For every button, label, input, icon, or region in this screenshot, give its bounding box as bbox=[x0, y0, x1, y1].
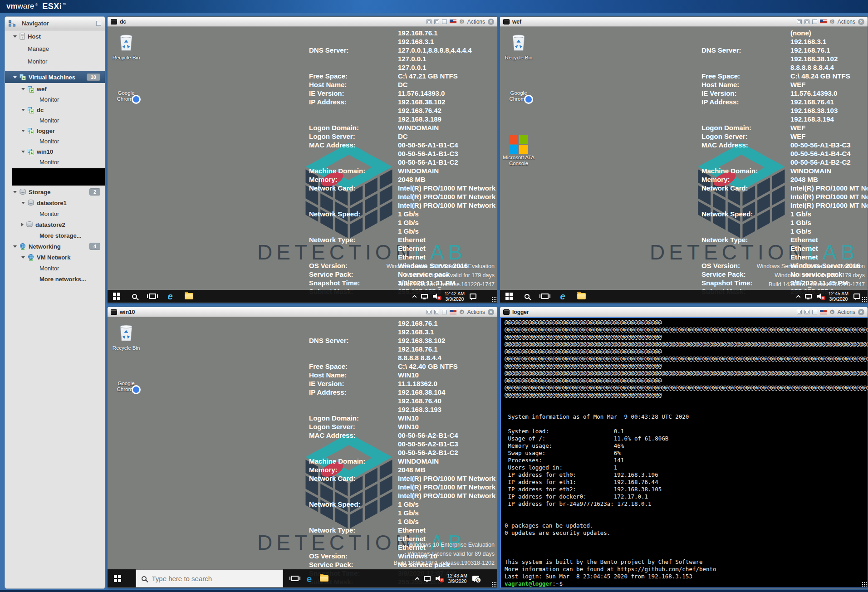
chevron-up-icon[interactable] bbox=[415, 577, 419, 581]
chevron-down-icon[interactable] bbox=[21, 130, 25, 132]
window-titlebar-wef[interactable]: wef ⚙ Actions bbox=[500, 17, 868, 27]
desktop-icon-google-chrome[interactable]: Google Chrome bbox=[110, 380, 142, 392]
internet-explorer-icon[interactable]: e bbox=[168, 292, 173, 301]
sidebar-item-virtual-machines[interactable]: Virtual Machines 10 bbox=[5, 71, 105, 83]
chevron-down-icon[interactable] bbox=[13, 191, 17, 193]
network-icon[interactable] bbox=[424, 576, 431, 581]
sidebar-item-logger-monitor[interactable]: Monitor bbox=[5, 136, 105, 147]
desktop-icon-microsoft-ata-console[interactable]: Microsoft ATA Console bbox=[502, 135, 535, 166]
search-input[interactable] bbox=[151, 574, 260, 583]
start-button[interactable] bbox=[113, 293, 120, 300]
sidebar-item-more-networks[interactable]: More networks... bbox=[5, 274, 105, 284]
gear-icon[interactable]: ⚙ bbox=[459, 19, 465, 24]
window-layout-button[interactable] bbox=[804, 310, 809, 314]
sidebar-item-vm-logger[interactable]: logger bbox=[5, 126, 105, 136]
sidebar-item-datastore2[interactable]: datastore2 bbox=[5, 219, 105, 230]
chevron-up-icon[interactable] bbox=[412, 294, 417, 299]
chevron-down-icon[interactable] bbox=[13, 245, 17, 248]
sidebar-item-dc-monitor[interactable]: Monitor bbox=[5, 115, 105, 126]
vm-console-screen-win10[interactable]: DETECTIONLAB 192.168.76.1192.168.3.1DNS … bbox=[108, 317, 497, 587]
window-maximize-button[interactable] bbox=[812, 20, 817, 24]
sidebar-item-host[interactable]: Host bbox=[5, 30, 105, 42]
window-maximize-button[interactable] bbox=[442, 310, 447, 314]
window-layout-button[interactable] bbox=[434, 310, 439, 314]
chevron-down-icon[interactable] bbox=[21, 151, 25, 153]
vm-console-screen-wef[interactable]: DETECTIONLAB (none)192.168.3.1DNS Server… bbox=[500, 27, 868, 303]
actions-menu[interactable]: Actions bbox=[838, 19, 855, 25]
keyboard-layout-flag-icon[interactable] bbox=[450, 310, 456, 314]
start-button[interactable] bbox=[505, 293, 513, 300]
resize-grip[interactable] bbox=[491, 582, 496, 587]
search-icon[interactable] bbox=[523, 293, 530, 300]
window-layout-button[interactable] bbox=[797, 20, 802, 24]
window-layout-button[interactable] bbox=[804, 20, 809, 24]
chevron-down-icon[interactable] bbox=[21, 202, 25, 204]
network-icon[interactable] bbox=[421, 294, 428, 298]
actions-menu[interactable]: Actions bbox=[467, 309, 485, 315]
task-view-icon[interactable] bbox=[149, 294, 156, 299]
gear-icon[interactable]: ⚙ bbox=[829, 19, 835, 24]
sidebar-item-more-storage[interactable]: More storage... bbox=[5, 230, 105, 241]
sidebar-item-wef-monitor[interactable]: Monitor bbox=[5, 94, 105, 105]
sidebar-item-host-manage[interactable]: Manage bbox=[5, 42, 105, 55]
sidebar-item-vm-network[interactable]: VM Network bbox=[5, 252, 105, 263]
start-button[interactable] bbox=[114, 575, 121, 582]
close-icon[interactable] bbox=[858, 19, 864, 25]
chevron-up-icon[interactable] bbox=[796, 294, 800, 299]
network-icon[interactable] bbox=[805, 294, 812, 298]
sidebar-item-datastore1[interactable]: datastore1 bbox=[5, 197, 105, 208]
actions-menu[interactable]: Actions bbox=[838, 309, 855, 315]
sidebar-item-vm-win10[interactable]: win10 bbox=[5, 147, 105, 157]
sidebar-item-networking[interactable]: Networking 4 bbox=[5, 241, 105, 252]
window-maximize-button[interactable] bbox=[442, 20, 447, 24]
sidebar-item-vm-wef[interactable]: wef bbox=[5, 84, 105, 94]
desktop-icon-recycle-bin[interactable]: Recycle Bin bbox=[110, 322, 142, 351]
notification-icon[interactable] bbox=[853, 294, 860, 299]
window-titlebar-logger[interactable]: logger ⚙ Actions bbox=[500, 307, 868, 317]
taskbar-clock[interactable]: 12:42 AM3/9/2020 bbox=[445, 291, 465, 302]
keyboard-layout-flag-icon[interactable] bbox=[450, 20, 456, 24]
search-icon[interactable] bbox=[131, 293, 138, 300]
sidebar-item-network-monitor[interactable]: Monitor bbox=[5, 263, 105, 274]
desktop-icon-recycle-bin[interactable]: Recycle Bin bbox=[502, 31, 535, 61]
sidebar-item-storage[interactable]: Storage 2 bbox=[5, 186, 105, 197]
chevron-down-icon[interactable] bbox=[13, 76, 17, 78]
gear-icon[interactable]: ⚙ bbox=[459, 309, 465, 315]
vm-taskbar-wef[interactable]: e 12:45 AM3/9/2020 bbox=[500, 290, 868, 303]
internet-explorer-icon[interactable]: e bbox=[560, 292, 565, 301]
file-explorer-icon[interactable] bbox=[185, 293, 193, 299]
sidebar-item-win10-monitor[interactable]: Monitor bbox=[5, 157, 105, 167]
chevron-down-icon[interactable] bbox=[21, 88, 25, 90]
taskbar-clock[interactable]: 12:45 AM3/9/2020 bbox=[829, 291, 848, 302]
desktop-icon-google-chrome[interactable]: Google Chrome bbox=[502, 89, 535, 102]
vm-taskbar-win10[interactable]: e 12:43 AM3/9/2020 6 bbox=[108, 569, 497, 587]
window-maximize-button[interactable] bbox=[812, 310, 817, 314]
sidebar-item-datastore1-monitor[interactable]: Monitor bbox=[5, 208, 105, 219]
window-layout-button[interactable] bbox=[797, 310, 802, 314]
window-titlebar-win10[interactable]: win10 ⚙ Actions bbox=[108, 307, 497, 317]
notification-icon[interactable]: 6 bbox=[472, 576, 479, 581]
taskbar-search-box[interactable] bbox=[136, 569, 283, 587]
window-layout-button[interactable] bbox=[427, 20, 432, 24]
file-explorer-icon[interactable] bbox=[320, 575, 329, 582]
chevron-down-icon[interactable] bbox=[21, 109, 25, 111]
resize-grip[interactable] bbox=[491, 297, 496, 302]
close-icon[interactable] bbox=[488, 309, 494, 315]
vm-console-screen-dc[interactable]: DETECTIONLAB 192.168.76.1192.168.3.1DNS … bbox=[108, 27, 497, 303]
desktop-icon-google-chrome[interactable]: Google Chrome bbox=[110, 89, 142, 102]
window-layout-button[interactable] bbox=[434, 20, 439, 24]
taskbar-clock[interactable]: 12:43 AM3/9/2020 bbox=[447, 573, 467, 584]
resize-grip[interactable] bbox=[862, 297, 867, 302]
keyboard-layout-flag-icon[interactable] bbox=[820, 20, 827, 24]
sidebar-item-vm-dc[interactable]: dc bbox=[5, 105, 105, 115]
vm-console-terminal-logger[interactable]: @@@@@@@@@@@@@@@@@@@@@@@@@@@@@@@@@@@@@@@@… bbox=[500, 317, 868, 588]
vm-taskbar-dc[interactable]: e 12:42 AM3/9/2020 bbox=[108, 290, 497, 303]
close-icon[interactable] bbox=[488, 19, 494, 25]
desktop-icon-recycle-bin[interactable]: Recycle Bin bbox=[110, 31, 142, 61]
actions-menu[interactable]: Actions bbox=[467, 19, 485, 25]
window-layout-button[interactable] bbox=[427, 310, 432, 314]
keyboard-layout-flag-icon[interactable] bbox=[820, 310, 827, 314]
volume-muted-icon[interactable] bbox=[433, 294, 440, 299]
task-view-icon[interactable] bbox=[291, 576, 299, 581]
sidebar-item-host-monitor[interactable]: Monitor bbox=[5, 55, 105, 68]
